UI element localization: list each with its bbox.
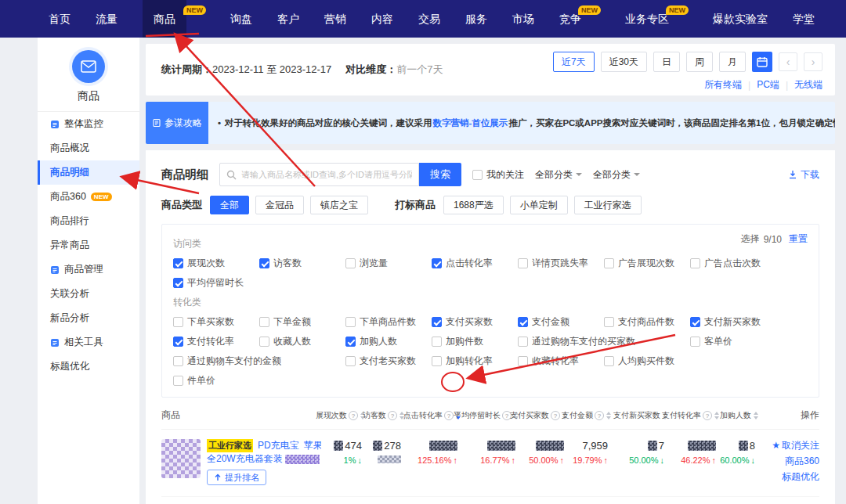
checkbox-icon[interactable] — [518, 258, 528, 268]
column-header-6[interactable]: 支付金额? — [567, 410, 611, 421]
pager-next-icon[interactable]: › — [804, 52, 822, 71]
nav-item-9[interactable]: 市场 — [512, 0, 534, 38]
help-icon[interactable]: ? — [388, 411, 397, 420]
sidebar-item-0[interactable]: 整体监控 — [38, 112, 139, 136]
nav-item-3[interactable]: 询盘 — [230, 0, 252, 38]
checkbox-icon[interactable] — [432, 258, 442, 268]
metric-option[interactable]: 支付转化率 — [173, 335, 259, 348]
help-icon[interactable]: ? — [349, 411, 358, 420]
metric-option[interactable]: 展现次数 — [173, 257, 259, 270]
metric-option[interactable]: 通过购物车支付的金额 — [173, 355, 345, 368]
column-header-1[interactable]: 展现次数? — [321, 410, 365, 421]
checkbox-icon[interactable] — [690, 337, 700, 347]
metric-option[interactable]: 支付老买家数 — [345, 355, 432, 368]
metric-option[interactable]: 加购件数 — [432, 335, 518, 348]
sidebar-item-5[interactable]: 异常商品 — [38, 233, 139, 257]
sidebar-item-2[interactable]: 商品明细 — [38, 160, 139, 185]
column-header-5[interactable]: 支付买家数? — [519, 410, 567, 421]
metric-option[interactable]: 平均停留时长 — [173, 276, 259, 290]
help-icon[interactable]: ? — [595, 411, 604, 420]
sidebar-item-3[interactable]: 商品360NEW — [38, 185, 139, 209]
checkbox-icon[interactable] — [259, 317, 269, 327]
column-header-9[interactable]: 加购人数 — [719, 410, 758, 421]
metric-option[interactable]: 广告点击次数 — [690, 257, 776, 270]
checkbox-icon[interactable] — [259, 258, 269, 268]
column-header-2[interactable]: 访客数? — [365, 410, 404, 421]
metric-option[interactable]: 加购人数 — [345, 335, 432, 348]
sidebar-item-4[interactable]: 商品排行 — [38, 209, 139, 233]
row-action-0[interactable]: 商品360 — [785, 455, 819, 468]
column-header-3[interactable]: 点击转化率? — [404, 410, 461, 421]
reset-button[interactable]: 重置 — [789, 232, 808, 246]
category-select-1[interactable]: 全部分类 — [535, 168, 582, 182]
calendar-button[interactable] — [752, 52, 772, 72]
checkbox-icon[interactable] — [518, 317, 528, 327]
type-chip-0[interactable]: 全部 — [210, 196, 249, 214]
metric-option[interactable]: 通过购物车支付的买家数 — [518, 335, 690, 348]
promote-rank-button[interactable]: 提升排名 — [207, 470, 266, 485]
range-button-1[interactable]: 近30天 — [601, 52, 647, 72]
metric-option[interactable]: 加购转化率 — [432, 355, 518, 368]
range-button-2[interactable]: 日 — [653, 52, 680, 72]
metric-option[interactable]: 下单金额 — [259, 315, 345, 329]
nav-item-1[interactable]: 流量 — [96, 0, 118, 38]
column-header-7[interactable]: 支付新买家数 — [611, 410, 667, 421]
checkbox-icon[interactable] — [173, 356, 183, 366]
mark-chip-1[interactable]: 小单定制 — [510, 196, 568, 214]
type-chip-2[interactable]: 镇店之宝 — [310, 196, 368, 214]
checkbox-icon[interactable] — [345, 317, 356, 327]
checkbox-icon[interactable] — [518, 337, 528, 347]
checkbox-icon[interactable] — [690, 258, 700, 268]
nav-item-6[interactable]: 内容 — [371, 0, 393, 38]
range-button-3[interactable]: 周 — [686, 52, 713, 72]
metric-option[interactable]: 广告展现次数 — [604, 257, 690, 270]
metric-option[interactable]: 收藏转化率 — [518, 355, 604, 368]
checkbox-icon[interactable] — [173, 337, 183, 347]
help-icon[interactable]: ? — [444, 411, 454, 420]
terminal-link-2[interactable]: 无线端 — [794, 78, 822, 92]
metric-option[interactable]: 支付商品件数 — [604, 315, 690, 329]
nav-item-12[interactable]: 爆款实验室 — [713, 0, 768, 38]
help-icon[interactable]: ? — [703, 411, 712, 420]
checkbox-icon[interactable] — [472, 170, 483, 180]
checkbox-icon[interactable] — [173, 317, 183, 327]
nav-item-13[interactable]: 学堂 — [793, 0, 815, 38]
pager-prev-icon[interactable]: ‹ — [779, 52, 797, 71]
nav-item-5[interactable]: 营销 — [324, 0, 346, 38]
metric-option[interactable]: 下单买家数 — [173, 315, 259, 329]
download-button[interactable]: 下载 — [788, 168, 819, 182]
checkbox-icon[interactable] — [432, 356, 442, 366]
checkbox-icon[interactable] — [690, 317, 700, 327]
strategy-button[interactable]: 参谋攻略 — [146, 102, 208, 144]
nav-item-11[interactable]: 业务专区NEW — [625, 0, 669, 38]
checkbox-icon[interactable] — [604, 258, 614, 268]
checkbox-icon[interactable] — [604, 356, 614, 366]
my-follow-checkbox[interactable]: 我的关注 — [472, 168, 524, 182]
metric-option[interactable]: 点击转化率 — [432, 257, 518, 270]
metric-option[interactable]: 人均购买件数 — [604, 355, 690, 368]
metric-option[interactable]: 支付新买家数 — [690, 315, 776, 329]
mark-chip-2[interactable]: 工业行家选 — [574, 196, 642, 214]
tip-highlight-link[interactable]: 数字营销-首位展示 — [433, 118, 508, 128]
type-chip-1[interactable]: 金冠品 — [255, 196, 304, 214]
search-button[interactable]: 搜索 — [419, 163, 461, 186]
range-button-0[interactable]: 近7天 — [553, 52, 595, 72]
nav-item-7[interactable]: 交易 — [418, 0, 440, 38]
nav-item-0[interactable]: 首页 — [49, 0, 70, 38]
category-select-2[interactable]: 全部分类 — [593, 168, 640, 182]
sidebar-item-9[interactable]: 相关工具 — [38, 330, 139, 355]
checkbox-icon[interactable] — [173, 376, 183, 386]
compare-value[interactable]: 前一个7天 — [396, 63, 443, 75]
metric-option[interactable]: 下单商品件数 — [345, 315, 432, 329]
checkbox-icon[interactable] — [259, 337, 269, 347]
terminal-link-0[interactable]: 所有终端 — [704, 78, 742, 92]
metric-option[interactable]: 件单价 — [173, 374, 259, 387]
metric-option[interactable]: 支付买家数 — [432, 315, 518, 329]
nav-item-2[interactable]: 商品NEW — [143, 0, 186, 38]
terminal-link-1[interactable]: PC端 — [757, 78, 779, 92]
checkbox-icon[interactable] — [518, 356, 528, 366]
metric-option[interactable]: 详情页跳失率 — [518, 257, 604, 270]
checkbox-icon[interactable] — [173, 278, 183, 288]
metric-option[interactable]: 浏览量 — [345, 257, 432, 270]
follow-toggle-link[interactable]: ★取消关注 — [772, 439, 819, 452]
